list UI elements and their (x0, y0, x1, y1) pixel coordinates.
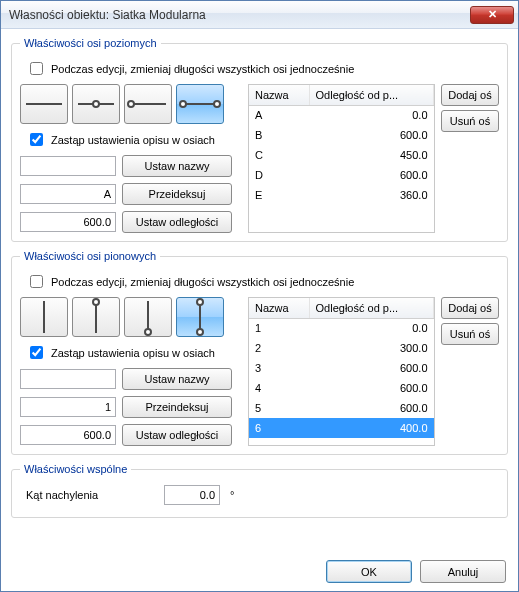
vert-linestyle-top[interactable] (72, 297, 120, 337)
vert-del-axis-button[interactable]: Usuń oś (441, 323, 499, 345)
horiz-edit-all-checkbox[interactable] (30, 62, 43, 75)
cell-name: 6 (249, 418, 309, 438)
cell-name: 2 (249, 338, 309, 358)
horiz-table[interactable]: Nazwa Odległość od p... A0.0B600.0C450.0… (248, 84, 435, 233)
vert-override-label: Zastąp ustawienia opisu w osiach (51, 347, 215, 359)
angle-input[interactable] (164, 485, 220, 505)
vert-col-name[interactable]: Nazwa (249, 298, 309, 318)
cell-dist: 0.0 (309, 318, 433, 338)
horiz-linestyle-both[interactable] (176, 84, 224, 124)
cell-name: D (249, 165, 309, 185)
table-row[interactable]: 10.0 (249, 318, 434, 338)
vert-left-column: Zastąp ustawienia opisu w osiach Ustaw n… (20, 297, 242, 446)
vert-linestyle-row (20, 297, 242, 337)
vert-override-checkbox[interactable] (30, 346, 43, 359)
cell-dist: 600.0 (309, 378, 433, 398)
horiz-reindex-button[interactable]: Przeideksuj (122, 183, 232, 205)
cell-dist: 360.0 (309, 185, 433, 205)
vert-linestyle-none[interactable] (20, 297, 68, 337)
cell-dist: 600.0 (309, 398, 433, 418)
cell-name: C (249, 145, 309, 165)
vert-name-input[interactable] (20, 397, 116, 417)
table-row[interactable]: B600.0 (249, 125, 434, 145)
vert-linestyle-both[interactable] (176, 297, 224, 337)
horiz-add-axis-button[interactable]: Dodaj oś (441, 84, 499, 106)
close-icon: ✕ (488, 8, 497, 21)
horiz-del-axis-button[interactable]: Usuń oś (441, 110, 499, 132)
horiz-side-buttons: Dodaj oś Usuń oś (441, 84, 499, 233)
horiz-linestyle-none[interactable] (20, 84, 68, 124)
vert-col-dist[interactable]: Odległość od p... (309, 298, 433, 318)
vert-add-axis-button[interactable]: Dodaj oś (441, 297, 499, 319)
window-title: Własności obiektu: Siatka Modularna (9, 8, 470, 22)
table-row[interactable]: 5600.0 (249, 398, 434, 418)
cell-dist: 400.0 (309, 418, 433, 438)
horiz-col-name[interactable]: Nazwa (249, 85, 309, 105)
vert-reindex-button[interactable]: Przeindeksuj (122, 396, 232, 418)
horiz-linestyle-row (20, 84, 242, 124)
vert-set-dist-button[interactable]: Ustaw odległości (122, 424, 232, 446)
vert-empty-input[interactable] (20, 369, 116, 389)
cell-dist: 0.0 (309, 105, 433, 125)
table-row[interactable]: 3600.0 (249, 358, 434, 378)
horiz-linestyle-mid[interactable] (72, 84, 120, 124)
horiz-empty-input[interactable] (20, 156, 116, 176)
cell-dist: 300.0 (309, 338, 433, 358)
vert-edit-all-label: Podczas edycji, zmieniaj długości wszyst… (51, 276, 354, 288)
vert-set-names-button[interactable]: Ustaw nazwy (122, 368, 232, 390)
horiz-set-names-button[interactable]: Ustaw nazwy (122, 155, 232, 177)
dialog-window: Własności obiektu: Siatka Modularna ✕ Wł… (0, 0, 519, 592)
angle-unit: ° (230, 489, 234, 501)
vert-dist-input[interactable] (20, 425, 116, 445)
cell-name: 5 (249, 398, 309, 418)
table-row[interactable]: C450.0 (249, 145, 434, 165)
group-vertical-legend: Właściwości osi pionowych (20, 250, 160, 262)
dialog-body: Właściwości osi poziomych Podczas edycji… (1, 29, 518, 552)
cell-name: B (249, 125, 309, 145)
horiz-left-column: Zastąp ustawienia opisu w osiach Ustaw n… (20, 84, 242, 233)
angle-label: Kąt nachylenia (26, 489, 156, 501)
cell-name: 3 (249, 358, 309, 378)
table-row[interactable]: 6400.0 (249, 418, 434, 438)
titlebar[interactable]: Własności obiektu: Siatka Modularna ✕ (1, 1, 518, 29)
vert-edit-all-checkbox[interactable] (30, 275, 43, 288)
horiz-col-dist[interactable]: Odległość od p... (309, 85, 433, 105)
table-row[interactable]: D600.0 (249, 165, 434, 185)
group-common: Właściwości wspólne Kąt nachylenia ° (11, 463, 508, 518)
horiz-set-dist-button[interactable]: Ustaw odległości (122, 211, 232, 233)
cell-dist: 600.0 (309, 125, 433, 145)
group-common-legend: Właściwości wspólne (20, 463, 131, 475)
cell-name: 1 (249, 318, 309, 338)
table-row[interactable]: 2300.0 (249, 338, 434, 358)
cancel-button[interactable]: Anuluj (420, 560, 506, 583)
ok-button[interactable]: OK (326, 560, 412, 583)
horiz-name-input[interactable] (20, 184, 116, 204)
table-row[interactable]: E360.0 (249, 185, 434, 205)
cell-name: 4 (249, 378, 309, 398)
vert-table[interactable]: Nazwa Odległość od p... 10.02300.03600.0… (248, 297, 435, 446)
vert-linestyle-bottom[interactable] (124, 297, 172, 337)
cell-name: A (249, 105, 309, 125)
horiz-override-label: Zastąp ustawienia opisu w osiach (51, 134, 215, 146)
horiz-dist-input[interactable] (20, 212, 116, 232)
close-button[interactable]: ✕ (470, 6, 514, 24)
table-row[interactable]: A0.0 (249, 105, 434, 125)
group-horizontal-legend: Właściwości osi poziomych (20, 37, 161, 49)
cell-name: E (249, 185, 309, 205)
cell-dist: 600.0 (309, 165, 433, 185)
horiz-edit-all-label: Podczas edycji, zmieniaj długości wszyst… (51, 63, 354, 75)
dialog-footer: OK Anuluj (1, 552, 518, 591)
cell-dist: 450.0 (309, 145, 433, 165)
vert-side-buttons: Dodaj oś Usuń oś (441, 297, 499, 446)
horiz-linestyle-left[interactable] (124, 84, 172, 124)
group-horizontal-axes: Właściwości osi poziomych Podczas edycji… (11, 37, 508, 242)
horiz-override-checkbox[interactable] (30, 133, 43, 146)
group-vertical-axes: Właściwości osi pionowych Podczas edycji… (11, 250, 508, 455)
table-row[interactable]: 4600.0 (249, 378, 434, 398)
cell-dist: 600.0 (309, 358, 433, 378)
